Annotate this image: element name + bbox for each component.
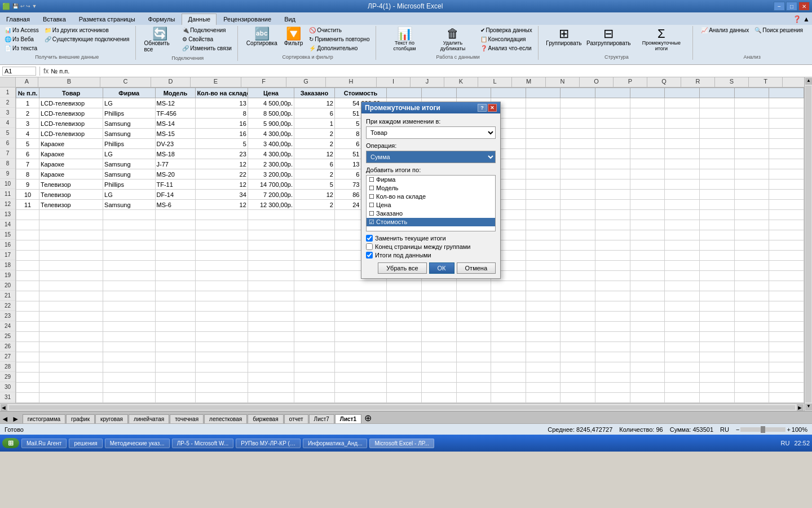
cell-r23-c16[interactable]: [665, 312, 700, 322]
cell-r14-c18[interactable]: [734, 220, 769, 230]
col-c[interactable]: C: [100, 77, 151, 87]
cell-r19-c1[interactable]: [39, 271, 103, 281]
cell-r12-c14[interactable]: [595, 200, 630, 210]
cell-r25-c7[interactable]: [334, 332, 386, 342]
row-number-30[interactable]: 30: [0, 382, 15, 392]
cell-r4-c3[interactable]: MS-14: [155, 119, 196, 129]
cell-r13-c5[interactable]: [248, 210, 294, 220]
cell-r29-c3[interactable]: [155, 373, 196, 383]
cell-r18-c2[interactable]: [103, 261, 155, 271]
cell-r5-c0[interactable]: 4: [16, 129, 39, 139]
col-a[interactable]: A: [16, 77, 38, 87]
cell-r28-c19[interactable]: [769, 362, 804, 373]
cell-r22-c13[interactable]: [561, 301, 595, 312]
cell-r20-c3[interactable]: [155, 281, 196, 291]
cell-r2-c12[interactable]: [526, 98, 561, 108]
cell-r13-c13[interactable]: [561, 210, 595, 220]
cell-r16-c4[interactable]: [196, 240, 248, 251]
cell-r23-c11[interactable]: [491, 312, 526, 322]
cell-r10-c0[interactable]: 9: [16, 179, 39, 190]
cell-r13-c17[interactable]: [699, 210, 734, 220]
cell-r6-c3[interactable]: DV-23: [155, 139, 196, 149]
cell-r28-c18[interactable]: [734, 362, 769, 373]
cell-r24-c11[interactable]: [491, 322, 526, 332]
cell-r22-c2[interactable]: [103, 301, 155, 312]
cell-r13-c6[interactable]: [294, 210, 335, 220]
cell-r3-c18[interactable]: [734, 108, 769, 119]
cell-r19-c0[interactable]: [16, 271, 39, 281]
cell-r8-c13[interactable]: [561, 159, 595, 169]
sheet-tab-pie[interactable]: круговая: [95, 414, 128, 423]
cell-r23-c3[interactable]: [155, 312, 196, 322]
cell-r9-c13[interactable]: [561, 169, 595, 179]
cell-r21-c1[interactable]: [39, 291, 103, 301]
vertical-scrollbar[interactable]: ▲ ▼: [804, 77, 812, 411]
cell-r6-c18[interactable]: [734, 139, 769, 149]
cell-r30-c13[interactable]: [561, 383, 595, 393]
cell-r28-c4[interactable]: [196, 362, 248, 373]
cell-r24-c14[interactable]: [595, 322, 630, 332]
cell-r17-c14[interactable]: [595, 251, 630, 261]
cell-r21-c4[interactable]: [196, 291, 248, 301]
cell-r28-c16[interactable]: [665, 362, 700, 373]
cell-r28-c13[interactable]: [561, 362, 595, 373]
cell-r31-c6[interactable]: [294, 393, 335, 403]
cell-r16-c2[interactable]: [103, 240, 155, 251]
cell-r11-c16[interactable]: [665, 190, 700, 200]
cell-r21-c8[interactable]: [387, 291, 422, 301]
list-item-kolvo[interactable]: Кол-во на складе: [367, 192, 495, 201]
cell-r24-c1[interactable]: [39, 322, 103, 332]
cell-r21-c16[interactable]: [665, 291, 700, 301]
cell-r8-c14[interactable]: [595, 159, 630, 169]
sheet-nav-left[interactable]: ◄: [1, 414, 9, 423]
cell-r29-c13[interactable]: [561, 373, 595, 383]
cell-r27-c2[interactable]: [103, 352, 155, 362]
cell-r22-c15[interactable]: [630, 301, 665, 312]
cell-r3-c19[interactable]: [769, 108, 804, 119]
cell-r21-c2[interactable]: [103, 291, 155, 301]
cell-r20-c8[interactable]: [387, 281, 422, 291]
cell-r30-c8[interactable]: [387, 383, 422, 393]
cell-r2-c2[interactable]: LG: [103, 98, 155, 108]
list-item-cost[interactable]: Стоимость: [367, 218, 495, 226]
add-sheet-btn[interactable]: ⊕: [364, 413, 372, 423]
cell-r3-c13[interactable]: [561, 108, 595, 119]
sheet-tab-bar[interactable]: линейчатая: [129, 414, 169, 423]
from-other-button[interactable]: 📁 Из других источников: [42, 26, 132, 34]
cell-r10-c13[interactable]: [561, 179, 595, 190]
cell-r8-c3[interactable]: J-77: [155, 159, 196, 169]
row-number-2[interactable]: 2: [0, 98, 15, 108]
from-access-button[interactable]: 📊 Из Access: [2, 26, 41, 34]
cell-r6-c0[interactable]: 5: [16, 139, 39, 149]
header-cell-0[interactable]: № п.п.: [16, 88, 39, 98]
cell-r23-c0[interactable]: [16, 312, 39, 322]
cell-r16-c5[interactable]: [248, 240, 294, 251]
cell-r14-c13[interactable]: [561, 220, 595, 230]
cell-r27-c17[interactable]: [699, 352, 734, 362]
cell-r30-c7[interactable]: [334, 383, 386, 393]
cell-r3-c0[interactable]: 2: [16, 108, 39, 119]
cell-r21-c18[interactable]: [734, 291, 769, 301]
cell-r26-c0[interactable]: [16, 342, 39, 352]
cell-r10-c1[interactable]: Телевизор: [39, 179, 103, 190]
cell-r22-c5[interactable]: [248, 301, 294, 312]
sheet-tab-histogram[interactable]: гистограмма: [23, 414, 65, 423]
row-number-12[interactable]: 12: [0, 199, 15, 209]
cell-r31-c5[interactable]: [248, 393, 294, 403]
header-cell-19[interactable]: [769, 88, 804, 98]
header-cell-5[interactable]: Цена: [248, 88, 294, 98]
cell-r16-c3[interactable]: [155, 240, 196, 251]
tab-formulas[interactable]: Формулы: [142, 14, 182, 25]
cell-r21-c3[interactable]: [155, 291, 196, 301]
cell-r6-c5[interactable]: 3 400,00р.: [248, 139, 294, 149]
cell-r23-c1[interactable]: [39, 312, 103, 322]
cell-r24-c8[interactable]: [387, 322, 422, 332]
cell-r11-c15[interactable]: [630, 190, 665, 200]
cell-r16-c12[interactable]: [526, 240, 561, 251]
taskbar-item-excel[interactable]: Microsoft Excel - ЛР...: [369, 439, 434, 448]
cell-r13-c19[interactable]: [769, 210, 804, 220]
sort-button[interactable]: 🔤 Сортировка: [244, 26, 280, 48]
cell-r24-c2[interactable]: [103, 322, 155, 332]
cell-r19-c5[interactable]: [248, 271, 294, 281]
row-number-1[interactable]: 1: [0, 87, 15, 98]
